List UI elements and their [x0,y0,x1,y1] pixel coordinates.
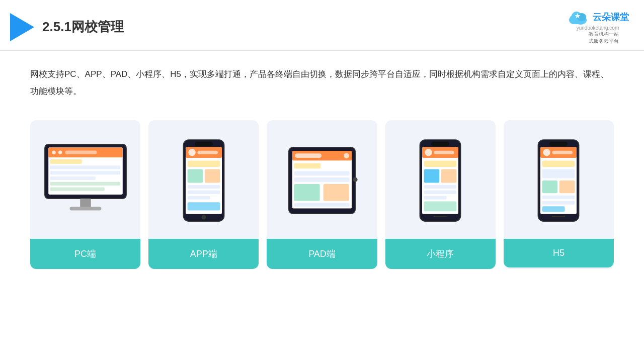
device-cards-container: PC端 [0,110,644,284]
logo-text: 云朵课堂 [593,11,629,23]
svg-rect-70 [542,195,575,199]
svg-rect-12 [50,159,82,164]
svg-rect-61 [549,141,568,146]
svg-rect-53 [424,169,440,183]
svg-rect-67 [542,169,575,178]
svg-rect-26 [187,160,220,167]
svg-rect-21 [195,141,213,146]
svg-rect-68 [542,180,558,193]
svg-rect-57 [424,196,447,199]
miniapp-card: 小程序 [385,120,496,269]
svg-rect-27 [187,169,203,183]
svg-rect-18 [80,199,91,208]
svg-point-9 [52,151,55,154]
cloud-icon [567,9,591,25]
svg-rect-39 [294,163,320,169]
logo-subtitle-text: 教育机构一站 式服务云平台 [577,31,619,45]
app-label: APP端 [148,239,259,269]
svg-rect-28 [205,169,220,183]
svg-rect-44 [294,203,349,207]
svg-rect-40 [294,171,349,175]
svg-point-24 [188,149,195,156]
pad-image-area [275,130,369,231]
svg-rect-19 [69,207,101,210]
logo-triangle-icon [10,13,34,41]
svg-rect-32 [187,202,220,210]
svg-rect-51 [434,150,455,154]
miniapp-image-area [393,130,488,231]
pad-label: PAD端 [267,239,377,269]
miniapp-phone-icon [418,137,463,225]
svg-rect-42 [294,184,319,201]
pad-card: PAD端 [267,120,377,269]
app-image-area [156,130,251,231]
pc-image-area [38,130,132,231]
svg-rect-58 [424,201,457,211]
header: 2.5.1网校管理 云朵课堂 yunduoketang.com 教育机构一站 式… [0,0,644,51]
h5-image-area [512,130,606,231]
pc-card: PC端 [30,120,140,269]
svg-rect-13 [50,165,120,169]
svg-point-33 [201,215,206,219]
svg-rect-17 [50,188,104,191]
svg-rect-25 [197,150,218,154]
svg-rect-47 [431,141,449,146]
svg-rect-41 [294,177,349,182]
pc-label: PC端 [30,239,140,269]
svg-rect-43 [324,184,349,201]
logo-subtitle: yunduoketang.com 教育机构一站 式服务云平台 [577,25,619,45]
svg-rect-11 [65,151,97,154]
app-phone-icon [181,137,226,225]
svg-rect-66 [542,160,575,167]
svg-point-45 [353,177,358,182]
svg-point-10 [58,151,62,154]
svg-rect-69 [559,180,575,193]
svg-rect-30 [187,190,220,194]
svg-rect-65 [552,150,573,154]
pc-monitor-icon [40,140,131,221]
svg-rect-31 [187,196,210,199]
h5-card: H5 [504,120,614,269]
svg-point-64 [543,149,550,156]
svg-rect-14 [50,171,120,174]
miniapp-label: 小程序 [385,239,496,269]
svg-rect-29 [187,185,220,189]
logo-domain: yunduoketang.com [577,25,619,31]
svg-rect-72 [542,206,565,212]
svg-rect-71 [542,201,575,204]
svg-rect-73 [552,216,566,217]
app-card: APP端 [148,120,259,269]
svg-point-38 [344,153,349,158]
pad-tablet-icon [284,140,360,221]
h5-label: H5 [504,239,614,267]
svg-rect-52 [424,160,457,167]
page-title: 2.5.1网校管理 [42,18,124,36]
brand-logo: 云朵课堂 yunduoketang.com 教育机构一站 式服务云平台 [567,9,629,45]
cloud-logo-area: 云朵课堂 [567,9,629,25]
svg-rect-54 [441,169,457,183]
svg-rect-15 [50,176,95,180]
svg-rect-16 [50,182,120,186]
svg-rect-56 [424,190,457,194]
description-text: 网校支持PC、APP、PAD、小程序、H5，实现多端打通，产品各终端自由切换，数… [0,51,644,110]
svg-rect-37 [295,153,321,158]
header-left: 2.5.1网校管理 [10,13,124,41]
svg-point-50 [425,149,432,156]
svg-rect-55 [424,185,457,189]
svg-rect-59 [434,216,447,217]
h5-phone-icon [536,137,581,225]
